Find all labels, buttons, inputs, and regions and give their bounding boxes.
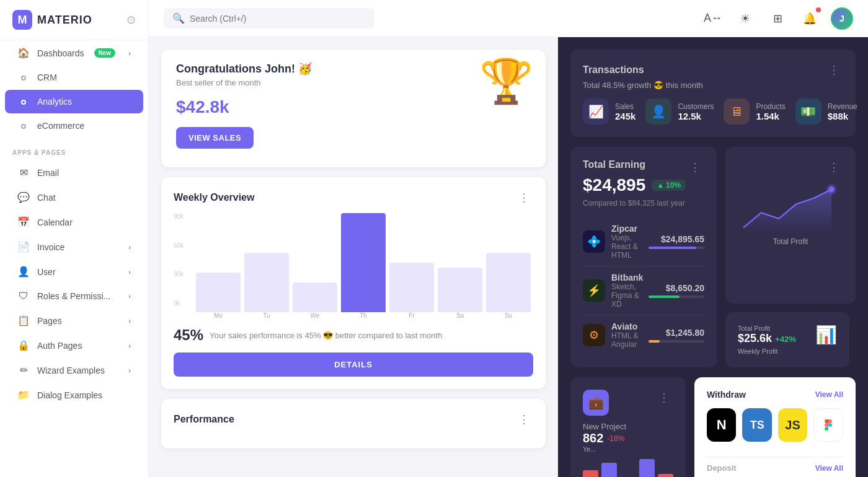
transactions-title: Transactions	[583, 64, 644, 76]
logo-area: M MATERIO ⊙	[0, 0, 148, 40]
sidebar-icon-invoice: 📄	[17, 241, 30, 253]
sidebar-item-wizard[interactable]: ✏Wizard Examples›	[5, 358, 143, 382]
earning-row-1: ⚡ Bitbank Sketch, Figma & XD $8,650.20	[583, 266, 704, 315]
new-project-chart	[583, 459, 673, 477]
sidebar-icon-auth: 🔒	[17, 339, 30, 351]
sidebar-item-invoice[interactable]: 📄Invoice›	[5, 235, 143, 259]
progress-wrap-2	[649, 340, 704, 343]
sidebar-item-dialog[interactable]: 📁Dialog Examples	[5, 383, 143, 407]
earning-row-left-2: ⚙ Aviato HTML & Angular	[583, 322, 649, 349]
sidebar: M MATERIO ⊙ 🏠DashboardsNew›CRMAnalyticse…	[0, 0, 149, 477]
earning-logo-1: ⚡	[583, 279, 605, 302]
earning-val-2: $1,245.80	[649, 328, 704, 338]
new-project-menu-icon[interactable]: ⋮	[655, 390, 673, 406]
sidebar-icon-ecommerce	[17, 120, 30, 131]
sidebar-item-chat[interactable]: 💬Chat	[5, 185, 143, 209]
sidebar-item-ecommerce[interactable]: eCommerce	[5, 114, 143, 138]
trophy-icon: 🏆	[479, 56, 533, 107]
sidebar-item-email[interactable]: ✉Email	[5, 160, 143, 185]
tech-logos-card: Withdraw View All N TS JS	[694, 377, 856, 477]
weekly-title: Weekly Overview	[174, 192, 254, 203]
trans-value-3: $88k	[828, 111, 857, 121]
profit-chart-card: ⋮	[725, 147, 856, 304]
chart-label-5: Sa	[438, 312, 482, 319]
sidebar-label-dashboards: Dashboards	[37, 48, 84, 58]
earning-row-right-0: $24,895.65	[649, 234, 704, 249]
total-earning-card: Total Earning ⋮ $24,895 ▲ 10% Compared t…	[570, 147, 717, 367]
chevron-icon-user: ›	[128, 268, 131, 276]
sidebar-label-invoice: Invoice	[37, 242, 64, 252]
sidebar-item-analytics[interactable]: Analytics	[5, 90, 143, 113]
trans-value-2: 1.54k	[756, 111, 785, 121]
trans-value-1: 12.5k	[678, 111, 714, 121]
details-button[interactable]: DETAILS	[174, 352, 533, 377]
sidebar-item-roles[interactable]: 🛡Roles & Permissi...›	[5, 284, 143, 308]
performance-title: Performance	[174, 414, 234, 425]
chevron-icon-dashboards: ›	[128, 50, 131, 57]
earning-row-right-1: $8,650.20	[649, 283, 704, 298]
earning-title: Total Earning	[583, 159, 645, 170]
search-bar[interactable]: 🔍	[164, 8, 374, 28]
translate-icon[interactable]: A↔	[702, 7, 724, 30]
sidebar-toggle-icon[interactable]: ⊙	[126, 13, 136, 27]
new-project-growth: -18%	[607, 434, 624, 443]
chart-bar-6	[486, 253, 531, 312]
bar-1	[583, 470, 598, 477]
view-all-button[interactable]: View All	[815, 390, 843, 399]
sidebar-icon-pages: 📋	[17, 315, 30, 326]
performance-menu-icon[interactable]: ⋮	[515, 411, 533, 427]
chevron-icon-invoice: ›	[128, 243, 131, 251]
grid-icon[interactable]: ⊞	[766, 7, 789, 30]
right-bottom-row: 💼 New Project 862 -18% Ye... ⋮	[570, 377, 856, 477]
view-sales-button[interactable]: VIEW SALES	[176, 127, 254, 149]
sidebar-item-crm[interactable]: CRM	[5, 66, 143, 89]
weekly-profit-sublabel: Weekly Profit	[738, 348, 796, 355]
earning-row-0: 💠 Zipcar Vuejs, React & HTML $24,895.65	[583, 217, 704, 266]
sidebar-item-user[interactable]: 👤User›	[5, 260, 143, 284]
chart-label-2: We	[293, 312, 337, 319]
earning-menu-icon[interactable]: ⋮	[686, 159, 704, 175]
chart-label-3: Th	[341, 312, 386, 319]
bar-2	[601, 463, 617, 477]
chart-label-0: Mo	[196, 312, 241, 319]
earning-compared: Compared to $84,325 last year	[583, 199, 704, 208]
chart-bar-2	[293, 282, 337, 312]
sidebar-item-pages[interactable]: 📋Pages›	[5, 309, 143, 333]
dot-icon	[21, 76, 26, 81]
earning-growth-badge: ▲ 10%	[652, 180, 686, 191]
transactions-menu-icon[interactable]: ⋮	[825, 62, 843, 78]
chart-bar-5	[438, 268, 482, 312]
chart-bar-3	[341, 213, 386, 312]
earning-name-1: Bitbank	[611, 273, 649, 282]
trans-item-3: 💵Revenue$88k	[795, 98, 857, 125]
earning-sub-1: Sketch, Figma & XD	[611, 282, 649, 309]
weekly-menu-icon[interactable]: ⋮	[515, 190, 533, 206]
profit-chart-menu-icon[interactable]: ⋮	[825, 159, 843, 175]
trans-item-0: 📈Sales245k	[583, 98, 636, 125]
progress-bar-2	[649, 340, 660, 343]
search-input[interactable]	[190, 14, 366, 24]
weekly-percentage: 45%	[174, 326, 203, 344]
earning-row-right-2: $1,245.80	[649, 328, 704, 343]
notification-icon[interactable]: 🔔	[799, 7, 821, 30]
earning-logo-0: 💠	[583, 230, 605, 253]
profit-area: ⋮	[725, 147, 856, 367]
content-left: 🏆 Congratulations John! 🥳 Best seller of…	[149, 37, 558, 477]
trans-label-0: Sales	[615, 102, 636, 111]
sidebar-item-calendar[interactable]: 📅Calendar	[5, 210, 143, 234]
theme-icon[interactable]: ☀	[734, 7, 756, 30]
deposit-view-all[interactable]: View All	[815, 464, 843, 473]
chart-labels: MoTuWeThFrSaSu	[193, 312, 533, 319]
sidebar-item-auth[interactable]: 🔒Auth Pages›	[5, 333, 143, 357]
avatar[interactable]: J	[831, 7, 853, 30]
bar-5	[658, 474, 673, 477]
earning-info-0: Zipcar Vuejs, React & HTML	[611, 224, 649, 260]
notification-dot	[816, 7, 821, 12]
total-profit-value: $25.6k +42%	[738, 332, 796, 345]
new-project-label: New Project	[583, 422, 626, 431]
sidebar-icon-calendar: 📅	[17, 216, 30, 228]
javascript-logo: JS	[778, 408, 807, 442]
deposit-label: Deposit	[707, 463, 737, 473]
search-icon: 🔍	[172, 12, 185, 24]
sidebar-item-dashboards[interactable]: 🏠DashboardsNew›	[5, 41, 143, 65]
